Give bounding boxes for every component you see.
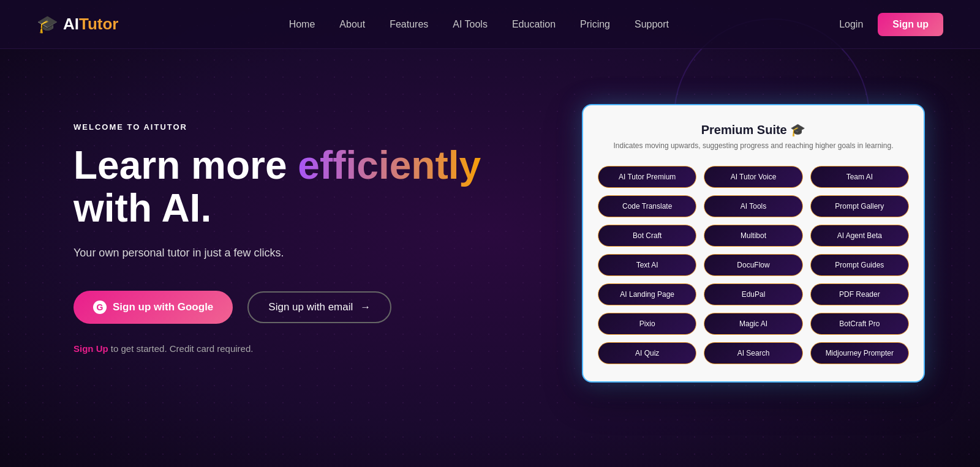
arrow-icon: → [360, 301, 371, 313]
premium-item[interactable]: Midjourney Prompter [810, 342, 909, 364]
nav-support[interactable]: Support [635, 19, 669, 29]
nav-about[interactable]: About [339, 19, 365, 29]
heading-start: Learn more [74, 143, 298, 187]
nav-education[interactable]: Education [512, 19, 556, 29]
premium-subtitle: Indicates moving upwards, suggesting pro… [598, 141, 909, 151]
main-content: WELCOME TO AITUTOR Learn more efficientl… [0, 49, 980, 383]
nav-pricing[interactable]: Pricing [580, 19, 610, 29]
heading-gradient: efficiently [298, 143, 481, 187]
cta-note-text: to get started. Credit card required. [108, 343, 254, 354]
welcome-label: WELCOME TO AITUTOR [74, 122, 533, 132]
premium-item[interactable]: PDF Reader [810, 283, 909, 305]
navbar: 🎓 AITutor Home About Features AI Tools E… [0, 0, 980, 49]
premium-item[interactable]: AI Tutor Premium [598, 166, 696, 188]
premium-item[interactable]: Bot Craft [598, 225, 696, 247]
cta-buttons: G Sign up with Google Sign up with email… [74, 291, 533, 324]
premium-item[interactable]: Multibot [704, 225, 802, 247]
premium-item[interactable]: BotCraft Pro [810, 313, 909, 335]
premium-item[interactable]: AI Landing Page [598, 283, 696, 305]
premium-item[interactable]: AI Agent Beta [810, 225, 909, 247]
logo-area: 🎓 AITutor [37, 14, 119, 34]
nav-links: Home About Features AI Tools Education P… [289, 19, 669, 30]
email-btn-label: Sign up with email [268, 301, 353, 313]
login-button[interactable]: Login [839, 19, 863, 30]
google-btn-label: Sign up with Google [113, 301, 213, 313]
premium-item[interactable]: Magic AI [704, 313, 802, 335]
google-signup-button[interactable]: G Sign up with Google [74, 291, 233, 324]
premium-grid: AI Tutor PremiumAI Tutor VoiceTeam AICod… [598, 166, 909, 364]
premium-item[interactable]: Team AI [810, 166, 909, 188]
cta-note: Sign Up to get started. Credit card requ… [74, 343, 533, 354]
premium-item[interactable]: EduPal [704, 283, 802, 305]
hero-section: WELCOME TO AITUTOR Learn more efficientl… [74, 98, 533, 354]
premium-item[interactable]: AI Search [704, 342, 802, 364]
premium-item[interactable]: Prompt Guides [810, 254, 909, 276]
premium-item[interactable]: AI Tutor Voice [704, 166, 802, 188]
logo-icon: 🎓 [37, 14, 58, 34]
signup-link[interactable]: Sign Up [74, 343, 108, 354]
signup-button[interactable]: Sign up [878, 13, 943, 36]
premium-item[interactable]: AI Tools [704, 195, 802, 217]
premium-item[interactable]: DocuFlow [704, 254, 802, 276]
premium-item[interactable]: Pixio [598, 313, 696, 335]
google-icon: G [93, 301, 107, 314]
logo-tutor: Tutor [79, 15, 119, 33]
premium-item[interactable]: Code Translate [598, 195, 696, 217]
heading-end: with AI. [74, 186, 211, 230]
premium-item[interactable]: AI Quiz [598, 342, 696, 364]
premium-title: Premium Suite 🎓 [598, 122, 909, 137]
email-signup-button[interactable]: Sign up with email → [247, 291, 391, 323]
nav-features[interactable]: Features [390, 19, 428, 29]
nav-ai-tools[interactable]: AI Tools [453, 19, 488, 29]
logo-text: AITutor [63, 15, 119, 34]
premium-card: Premium Suite 🎓 Indicates moving upwards… [582, 104, 925, 383]
premium-item[interactable]: Prompt Gallery [810, 195, 909, 217]
hero-heading: Learn more efficiently with AI. [74, 144, 533, 230]
nav-home[interactable]: Home [289, 19, 315, 29]
premium-item[interactable]: Text AI [598, 254, 696, 276]
nav-right: Login Sign up [839, 13, 943, 36]
logo-ai: AI [63, 15, 79, 33]
hero-subtext: Your own personal tutor in just a few cl… [74, 245, 533, 261]
